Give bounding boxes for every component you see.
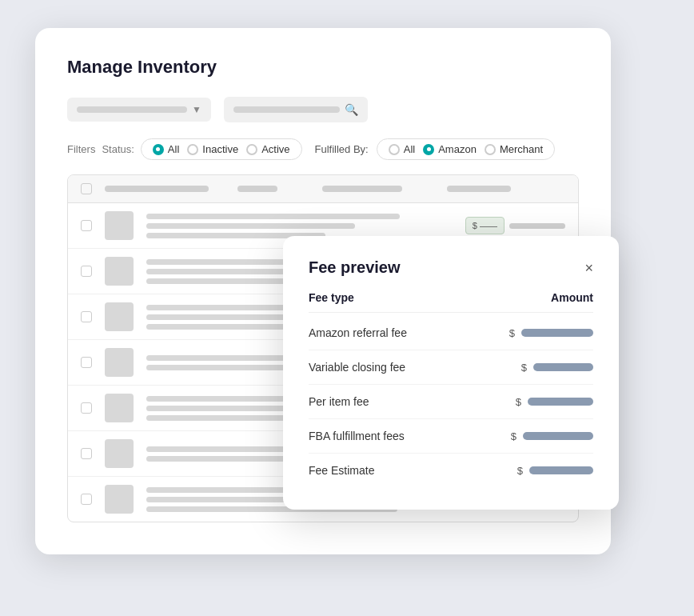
fee-name-fba: FBA fulfillment fees [309, 430, 405, 442]
dollar-sign: $ [517, 465, 523, 477]
fee-name-estimate: Fee Estimate [309, 464, 374, 477]
fee-amount-peritem: $ [516, 396, 593, 408]
status-label: Status: [102, 143, 134, 155]
dollar-sign: $ [516, 396, 521, 408]
row-content [146, 214, 445, 238]
row-bar-2 [146, 223, 355, 229]
fee-row-peritem: Per item fee $ [309, 385, 593, 419]
filter-row: Filters Status: All Inactive Active Fulf… [67, 138, 579, 160]
price-bar [509, 223, 565, 229]
row-checkbox[interactable] [81, 357, 92, 368]
amount-bar-fba [523, 432, 593, 440]
fulfilled-all-label: All [404, 143, 415, 155]
product-thumbnail [105, 394, 134, 422]
dollar-sign: $ [509, 327, 515, 339]
fulfilled-all-radio[interactable] [389, 144, 400, 155]
status-inactive-option[interactable]: Inactive [187, 143, 238, 155]
product-thumbnail [105, 485, 134, 514]
outer-wrapper: Manage Inventory ▼ 🔍 Filters Status: All [35, 28, 659, 588]
col-fee-type: Fee type [309, 291, 354, 304]
product-thumbnail [105, 257, 134, 286]
row-bar-1 [146, 214, 400, 219]
fee-amount-fba: $ [511, 430, 593, 442]
product-thumbnail [105, 348, 134, 377]
fee-name-peritem: Per item fee [309, 395, 369, 408]
fulfilled-amazon-label: Amazon [438, 143, 477, 155]
row-checkbox[interactable] [81, 494, 92, 505]
status-all-radio[interactable] [153, 144, 164, 155]
product-thumbnail [105, 439, 134, 468]
col-header-4 [447, 186, 511, 192]
fulfilled-merchant-radio[interactable] [485, 144, 496, 155]
amount-bar-referral [521, 329, 593, 337]
dropdown-select[interactable]: ▼ [67, 98, 211, 122]
row-checkbox[interactable] [81, 220, 92, 231]
amount-bar-peritem [528, 398, 593, 406]
product-thumbnail [105, 302, 134, 331]
row-checkbox[interactable] [81, 402, 92, 414]
status-all-option[interactable]: All [153, 143, 179, 155]
fulfilled-by-label: Fulfilled By: [315, 143, 369, 155]
fee-row-fba: FBA fulfillment fees $ [309, 419, 593, 454]
fee-row-estimate: Fee Estimate $ [309, 454, 593, 487]
fee-preview-card: Fee preview × Fee type Amount Amazon ref… [283, 236, 619, 510]
dollar-sign: $ [521, 362, 527, 374]
status-active-radio[interactable] [246, 144, 257, 155]
chevron-down-icon: ▼ [192, 104, 201, 115]
fee-table-header: Fee type Amount [309, 291, 593, 313]
row-checkbox[interactable] [81, 448, 92, 459]
status-inactive-radio[interactable] [187, 144, 198, 155]
fulfilled-filter-group: All Amazon Merchant [377, 138, 555, 160]
fee-amount-variable: $ [521, 362, 593, 374]
price-box[interactable]: $ —— [465, 217, 505, 234]
fee-amount-estimate: $ [517, 465, 593, 477]
fee-preview-header: Fee preview × [309, 258, 593, 277]
fulfilled-amazon-radio[interactable] [423, 144, 434, 155]
fee-amount-referral: $ [509, 327, 593, 339]
fee-name-variable: Variable closing fee [309, 361, 405, 374]
col-header-2 [237, 186, 277, 192]
row-price-area: $ —— [465, 217, 565, 234]
toolbar-row: ▼ 🔍 [67, 97, 579, 122]
status-inactive-label: Inactive [202, 143, 238, 155]
col-amount: Amount [551, 291, 593, 304]
fulfilled-amazon-option[interactable]: Amazon [423, 143, 477, 155]
table-header [68, 175, 578, 203]
fulfilled-merchant-option[interactable]: Merchant [485, 143, 543, 155]
select-bar [77, 106, 187, 113]
status-active-option[interactable]: Active [246, 143, 289, 155]
search-bar [233, 106, 340, 113]
status-active-label: Active [261, 143, 289, 155]
amount-bar-variable [533, 363, 593, 371]
fee-preview-title: Fee preview [309, 258, 401, 277]
fee-name-referral: Amazon referral fee [309, 326, 407, 339]
search-box[interactable]: 🔍 [224, 97, 368, 122]
close-button[interactable]: × [584, 261, 593, 275]
col-header-1 [105, 186, 209, 192]
dollar-sign: $ [511, 430, 517, 442]
amount-bar-estimate [529, 466, 593, 474]
row-checkbox[interactable] [81, 311, 92, 322]
row-checkbox[interactable] [81, 266, 92, 277]
fee-row-referral: Amazon referral fee $ [309, 316, 593, 350]
fulfilled-merchant-label: Merchant [500, 143, 543, 155]
fee-row-variable: Variable closing fee $ [309, 350, 593, 385]
page-title: Manage Inventory [67, 57, 579, 78]
filters-label: Filters [67, 143, 95, 155]
fulfilled-all-option[interactable]: All [389, 143, 415, 155]
status-filter-group: All Inactive Active [141, 138, 302, 160]
col-header-3 [322, 186, 402, 192]
status-all-label: All [168, 143, 179, 155]
product-thumbnail [105, 211, 134, 240]
search-icon: 🔍 [345, 103, 358, 116]
header-checkbox[interactable] [81, 183, 92, 194]
